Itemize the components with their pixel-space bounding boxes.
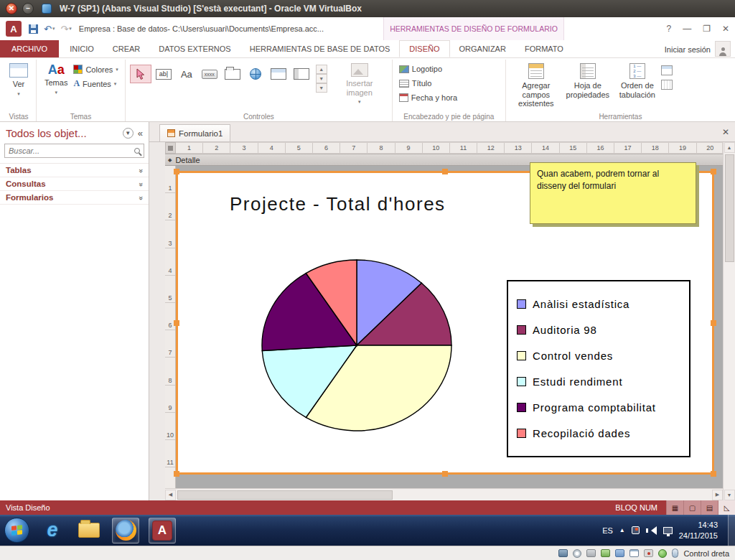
datasheet-view-icon[interactable]: ▦ [666, 500, 683, 515]
textbox-control-button[interactable]: ab| [153, 65, 174, 83]
vbox-close-button[interactable]: ✕ [6, 3, 17, 14]
account-button[interactable] [715, 41, 731, 57]
hyperlink-control-button[interactable] [245, 65, 266, 83]
nav-pane-menu-icon[interactable]: ▼ [123, 128, 134, 139]
ver-button[interactable]: Ver▾ [6, 61, 32, 99]
vbox-cd-icon[interactable] [573, 549, 581, 558]
colores-button[interactable]: Colores▾ [71, 64, 120, 75]
navigation-control-button[interactable] [291, 65, 312, 83]
help-icon[interactable]: ? [666, 24, 671, 34]
maximize-icon[interactable]: ❐ [703, 24, 711, 34]
ribbon-tab-inicio[interactable]: INICIO [60, 40, 103, 57]
horizontal-scrollbar[interactable]: ◀ ▶ [165, 488, 723, 500]
label-control-button[interactable]: Aa [176, 65, 197, 83]
ribbon-tab-organizar[interactable]: ORGANIZAR [450, 40, 515, 57]
close-icon[interactable]: ✕ [722, 24, 729, 34]
vbox-usb-icon[interactable] [586, 549, 596, 557]
resize-handle[interactable] [711, 169, 716, 174]
search-icon[interactable] [134, 148, 140, 154]
resize-handle[interactable] [711, 320, 716, 326]
layout-view-icon[interactable]: ▤ [701, 500, 718, 515]
volume-icon[interactable] [646, 526, 657, 535]
nav-section-consultas[interactable]: Consultas» [0, 177, 149, 191]
language-indicator[interactable]: ES [602, 526, 613, 535]
design-view-icon[interactable]: ◺ [718, 500, 735, 515]
logotipo-button[interactable]: Logotipo [397, 64, 459, 74]
web-browser-control-button[interactable] [268, 65, 289, 83]
search-box[interactable] [4, 144, 144, 158]
tab-control-button[interactable] [222, 65, 243, 83]
horizontal-scroll-thumb[interactable] [177, 490, 393, 500]
ribbon-tab-formato[interactable]: FORMATO [515, 40, 573, 57]
ribbon-tab-diseño[interactable]: DISEÑO [399, 40, 449, 57]
ribbon-tab-archivo[interactable]: ARCHIVO [0, 40, 59, 57]
code-tool-icon[interactable] [661, 80, 673, 90]
minimize-icon[interactable]: — [683, 24, 691, 34]
titulo-button[interactable]: Título [397, 78, 459, 88]
vertical-ruler[interactable]: 1234567891011 [165, 166, 176, 488]
network-icon[interactable] [663, 527, 673, 534]
vertical-scroll-thumb[interactable] [725, 154, 734, 262]
taskbar-clock[interactable]: 14:43 24/11/2015 [679, 520, 718, 541]
ribbon-tab-herramientas-de-base-de-datos[interactable]: HERRAMIENTAS DE BASE DE DATOS [240, 40, 400, 57]
resize-handle[interactable] [442, 471, 448, 477]
nav-pane-collapse-icon[interactable]: « [138, 128, 143, 139]
resize-handle[interactable] [174, 169, 179, 174]
scroll-right-icon[interactable]: ▶ [712, 490, 723, 500]
gallery-more-icon[interactable]: ▼ [316, 83, 327, 93]
scroll-up-icon[interactable]: ▲ [724, 142, 735, 153]
vbox-hdd-icon[interactable] [558, 549, 568, 557]
gallery-up-icon[interactable]: ▲ [316, 65, 327, 74]
fecha-hora-button[interactable]: Fecha y hora [397, 93, 459, 103]
vbox-display-icon[interactable] [629, 549, 639, 557]
insertar-imagen-button[interactable]: Insertar imagen▾ [337, 61, 382, 107]
vbox-network-icon[interactable] [601, 549, 610, 557]
document-close-icon[interactable]: ✕ [722, 127, 729, 137]
subform-tool-icon[interactable] [661, 65, 673, 75]
scroll-left-icon[interactable]: ◀ [165, 490, 176, 500]
button-control-button[interactable]: xxxx [199, 65, 220, 83]
horizontal-ruler[interactable]: 1234567891011121314151617181920 [176, 142, 723, 154]
vbox-minimize-button[interactable]: – [22, 3, 34, 14]
start-button[interactable] [4, 518, 29, 543]
orden-tabulacion-button[interactable]: 1 —2 —3 — Orden de tabulación [614, 61, 661, 101]
agregar-campos-button[interactable]: Agregar campos existentes [510, 61, 562, 111]
ribbon-tab-datos-externos[interactable]: DATOS EXTERNOS [149, 40, 240, 57]
resize-handle[interactable] [442, 169, 448, 174]
fuentes-button[interactable]: A Fuentes▾ [71, 78, 120, 90]
undo-button[interactable]: ↶▾ [41, 21, 57, 37]
vbox-features-icon[interactable] [658, 549, 667, 558]
form-view-icon[interactable]: ▢ [683, 500, 701, 515]
show-desktop-button[interactable] [728, 515, 735, 546]
taskbar-firefox-button[interactable] [112, 518, 139, 543]
resize-handle[interactable] [174, 320, 179, 326]
collapse-chevron-icon[interactable]: » [137, 169, 145, 172]
ribbon-tab-crear[interactable]: CREAR [103, 40, 150, 57]
collapse-chevron-icon[interactable]: » [137, 182, 145, 186]
hoja-propiedades-button[interactable]: Hoja de propiedades [562, 61, 614, 101]
vbox-recording-icon[interactable] [644, 549, 653, 557]
document-tab-formulario1[interactable]: Formulario1 [159, 124, 230, 141]
select-pointer-button[interactable] [130, 65, 151, 83]
save-button[interactable] [26, 21, 41, 37]
temas-button[interactable]: Aa Temas▾ [41, 61, 71, 98]
vbox-mouse-icon[interactable] [672, 549, 678, 558]
gallery-down-icon[interactable]: ▼ [316, 74, 327, 83]
nav-section-formularios[interactable]: Formularios» [0, 191, 149, 205]
resize-handle[interactable] [174, 471, 179, 477]
nav-section-tablas[interactable]: Tablas» [0, 164, 149, 177]
resize-handle[interactable] [711, 471, 716, 477]
taskbar-access-button[interactable]: A [149, 518, 176, 543]
action-center-icon[interactable] [632, 526, 640, 534]
search-input[interactable] [9, 146, 131, 155]
sign-in-link[interactable]: Iniciar sesión [665, 40, 711, 58]
hidden-icons-chevron-icon[interactable]: ▲ [619, 527, 625, 533]
vertical-scrollbar[interactable]: ▲ ▼ [723, 142, 735, 500]
scroll-down-icon[interactable]: ▼ [724, 490, 735, 500]
taskbar-ie-button[interactable]: e [39, 518, 66, 543]
ruler-corner-select-all[interactable] [165, 142, 176, 154]
taskbar-explorer-button[interactable] [75, 518, 103, 543]
collapse-chevron-icon[interactable]: » [137, 196, 145, 200]
redo-button[interactable]: ↷▾ [57, 21, 74, 37]
vbox-shared-folders-icon[interactable] [615, 549, 624, 557]
